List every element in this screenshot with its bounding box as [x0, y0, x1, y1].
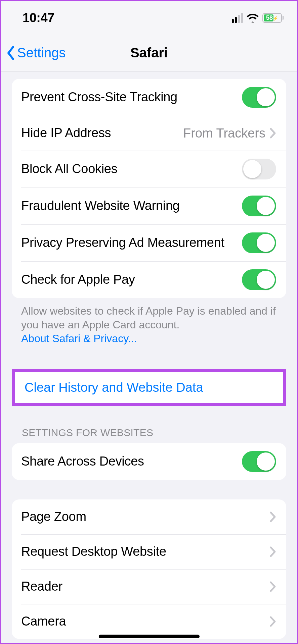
- row-block-all-cookies[interactable]: Block All Cookies: [12, 151, 286, 187]
- status-bar: 10:47 58⚡: [1, 1, 297, 35]
- privacy-footer: Allow websites to check if Apple Pay is …: [21, 304, 277, 345]
- row-camera[interactable]: Camera: [12, 604, 286, 639]
- row-label: Prevent Cross-Site Tracking: [21, 89, 242, 105]
- toggle-block-all-cookies[interactable]: [242, 159, 276, 179]
- chevron-right-icon: [269, 616, 276, 627]
- toggle-share-across-devices[interactable]: [242, 451, 276, 472]
- chevron-right-icon: [269, 127, 276, 139]
- row-label: Share Across Devices: [21, 453, 242, 470]
- website-settings-group: Page Zoom Request Desktop Website Reader…: [12, 499, 286, 639]
- about-safari-privacy-link[interactable]: About Safari & Privacy...: [21, 332, 137, 344]
- row-check-for-apple-pay[interactable]: Check for Apple Pay: [12, 261, 286, 298]
- row-label: Fraudulent Website Warning: [21, 198, 242, 214]
- clear-history-highlight: Clear History and Website Data: [12, 369, 286, 406]
- section-header-websites: SETTINGS FOR WEBSITES: [22, 427, 276, 438]
- row-label: Page Zoom: [21, 509, 269, 525]
- share-across-devices-group: Share Across Devices: [12, 443, 286, 480]
- row-label: Request Desktop Website: [21, 544, 269, 560]
- cellular-signal-icon: [232, 13, 243, 23]
- row-label: Hide IP Address: [21, 125, 183, 141]
- nav-bar: Settings Safari: [1, 35, 297, 71]
- status-icons: 58⚡: [232, 13, 284, 23]
- row-reader[interactable]: Reader: [12, 569, 286, 604]
- row-fraudulent-website-warning[interactable]: Fraudulent Website Warning: [12, 187, 286, 224]
- toggle-prevent-cross-site-tracking[interactable]: [242, 87, 276, 108]
- toggle-check-for-apple-pay[interactable]: [242, 269, 276, 290]
- back-label: Settings: [17, 45, 66, 60]
- row-prevent-cross-site-tracking[interactable]: Prevent Cross-Site Tracking: [12, 79, 286, 116]
- clear-history-button[interactable]: Clear History and Website Data: [15, 372, 283, 403]
- chevron-right-icon: [269, 511, 276, 523]
- chevron-right-icon: [269, 581, 276, 592]
- row-share-across-devices[interactable]: Share Across Devices: [12, 443, 286, 480]
- chevron-right-icon: [269, 546, 276, 557]
- row-label: Camera: [21, 613, 269, 630]
- privacy-group: Prevent Cross-Site Tracking Hide IP Addr…: [12, 79, 286, 298]
- battery-percentage: 58: [266, 14, 273, 21]
- toggle-privacy-preserving-ad-measurement[interactable]: [242, 232, 276, 253]
- chevron-left-icon: [6, 46, 16, 60]
- row-label: Reader: [21, 579, 269, 595]
- toggle-fraudulent-website-warning[interactable]: [242, 196, 276, 216]
- row-label: Privacy Preserving Ad Measurement: [21, 235, 242, 251]
- row-page-zoom[interactable]: Page Zoom: [12, 499, 286, 534]
- row-request-desktop-website[interactable]: Request Desktop Website: [12, 534, 286, 569]
- row-value: From Trackers: [183, 126, 265, 141]
- footer-description: Allow websites to check if Apple Pay is …: [21, 305, 276, 331]
- row-privacy-preserving-ad-measurement[interactable]: Privacy Preserving Ad Measurement: [12, 224, 286, 261]
- battery-icon: 58⚡: [262, 13, 284, 23]
- row-label: Block All Cookies: [21, 161, 242, 177]
- row-label: Check for Apple Pay: [21, 272, 242, 288]
- home-indicator[interactable]: [99, 635, 200, 638]
- row-hide-ip-address[interactable]: Hide IP Address From Trackers: [12, 116, 286, 151]
- status-time: 10:47: [23, 11, 54, 25]
- back-button[interactable]: Settings: [1, 45, 66, 60]
- wifi-icon: [246, 13, 259, 22]
